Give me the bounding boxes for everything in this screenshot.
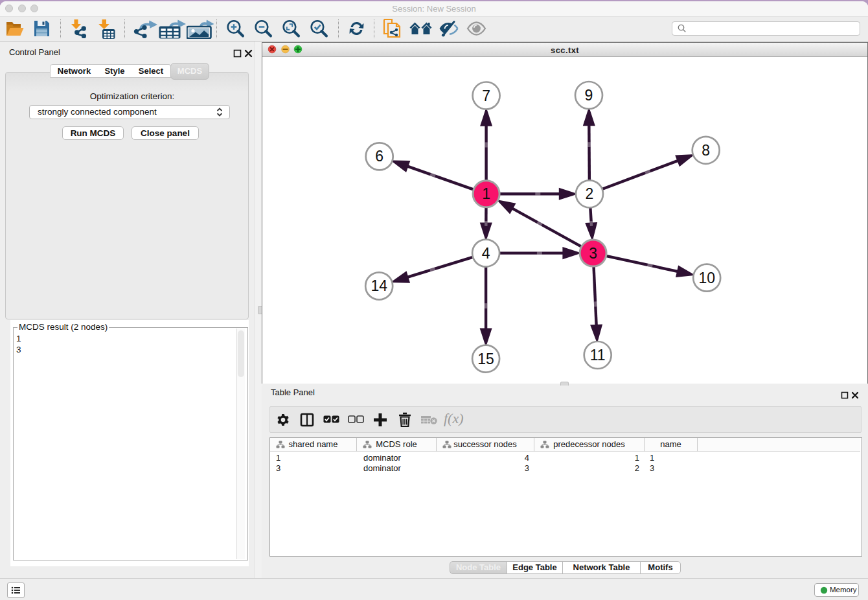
svg-text:15: 15 <box>477 351 494 367</box>
svg-text:10: 10 <box>698 270 715 286</box>
svg-text:9: 9 <box>585 87 593 104</box>
svg-text:11: 11 <box>590 347 606 363</box>
svg-text:6: 6 <box>375 148 383 165</box>
svg-text:1: 1 <box>482 185 490 202</box>
svg-text:7: 7 <box>482 87 490 104</box>
svg-text:3: 3 <box>589 245 597 262</box>
svg-text:14: 14 <box>371 277 387 294</box>
svg-text:8: 8 <box>702 142 710 159</box>
svg-text:4: 4 <box>482 245 490 262</box>
svg-text:2: 2 <box>586 185 594 202</box>
